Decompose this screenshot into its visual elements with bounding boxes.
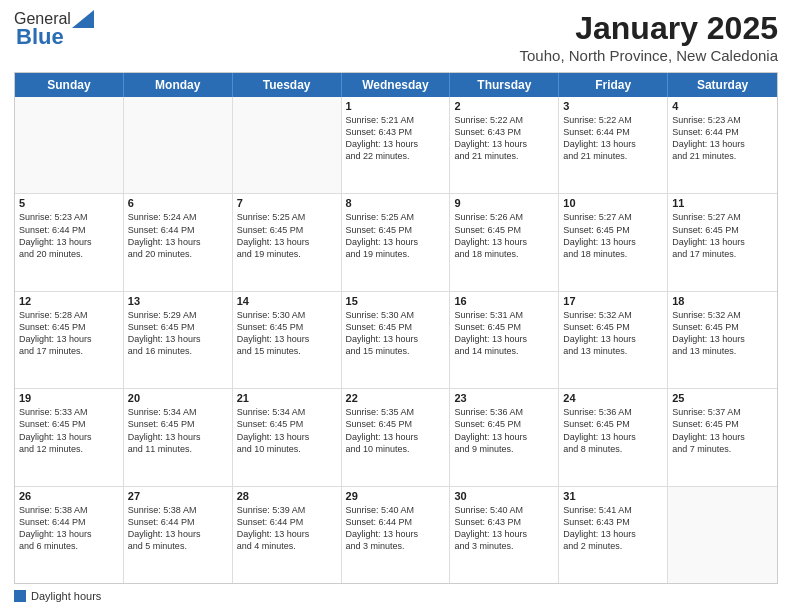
day-number: 18	[672, 295, 773, 307]
day-info: Sunrise: 5:24 AM Sunset: 6:44 PM Dayligh…	[128, 211, 228, 260]
calendar-cell: 23Sunrise: 5:36 AM Sunset: 6:45 PM Dayli…	[450, 389, 559, 485]
day-number: 17	[563, 295, 663, 307]
day-number: 5	[19, 197, 119, 209]
day-number: 2	[454, 100, 554, 112]
calendar-row: 26Sunrise: 5:38 AM Sunset: 6:44 PM Dayli…	[15, 487, 777, 583]
logo-blue-text: Blue	[16, 24, 64, 50]
day-number: 9	[454, 197, 554, 209]
calendar-cell	[15, 97, 124, 193]
calendar-cell: 8Sunrise: 5:25 AM Sunset: 6:45 PM Daylig…	[342, 194, 451, 290]
day-number: 16	[454, 295, 554, 307]
calendar-cell: 16Sunrise: 5:31 AM Sunset: 6:45 PM Dayli…	[450, 292, 559, 388]
day-info: Sunrise: 5:23 AM Sunset: 6:44 PM Dayligh…	[672, 114, 773, 163]
calendar-cell: 31Sunrise: 5:41 AM Sunset: 6:43 PM Dayli…	[559, 487, 668, 583]
day-info: Sunrise: 5:36 AM Sunset: 6:45 PM Dayligh…	[563, 406, 663, 455]
calendar-cell: 9Sunrise: 5:26 AM Sunset: 6:45 PM Daylig…	[450, 194, 559, 290]
day-info: Sunrise: 5:27 AM Sunset: 6:45 PM Dayligh…	[672, 211, 773, 260]
day-info: Sunrise: 5:25 AM Sunset: 6:45 PM Dayligh…	[237, 211, 337, 260]
day-number: 27	[128, 490, 228, 502]
day-number: 25	[672, 392, 773, 404]
weekday-header: Saturday	[668, 73, 777, 97]
day-number: 19	[19, 392, 119, 404]
calendar-cell: 5Sunrise: 5:23 AM Sunset: 6:44 PM Daylig…	[15, 194, 124, 290]
day-info: Sunrise: 5:31 AM Sunset: 6:45 PM Dayligh…	[454, 309, 554, 358]
day-number: 3	[563, 100, 663, 112]
calendar-cell: 6Sunrise: 5:24 AM Sunset: 6:44 PM Daylig…	[124, 194, 233, 290]
calendar-cell: 2Sunrise: 5:22 AM Sunset: 6:43 PM Daylig…	[450, 97, 559, 193]
day-number: 10	[563, 197, 663, 209]
calendar-cell: 12Sunrise: 5:28 AM Sunset: 6:45 PM Dayli…	[15, 292, 124, 388]
svg-marker-0	[72, 10, 94, 28]
day-info: Sunrise: 5:27 AM Sunset: 6:45 PM Dayligh…	[563, 211, 663, 260]
weekday-header: Sunday	[15, 73, 124, 97]
day-info: Sunrise: 5:29 AM Sunset: 6:45 PM Dayligh…	[128, 309, 228, 358]
day-info: Sunrise: 5:26 AM Sunset: 6:45 PM Dayligh…	[454, 211, 554, 260]
day-number: 1	[346, 100, 446, 112]
day-info: Sunrise: 5:38 AM Sunset: 6:44 PM Dayligh…	[128, 504, 228, 553]
calendar-cell: 27Sunrise: 5:38 AM Sunset: 6:44 PM Dayli…	[124, 487, 233, 583]
day-info: Sunrise: 5:23 AM Sunset: 6:44 PM Dayligh…	[19, 211, 119, 260]
calendar-cell	[233, 97, 342, 193]
calendar-cell: 30Sunrise: 5:40 AM Sunset: 6:43 PM Dayli…	[450, 487, 559, 583]
calendar-cell: 4Sunrise: 5:23 AM Sunset: 6:44 PM Daylig…	[668, 97, 777, 193]
calendar-cell: 17Sunrise: 5:32 AM Sunset: 6:45 PM Dayli…	[559, 292, 668, 388]
day-info: Sunrise: 5:41 AM Sunset: 6:43 PM Dayligh…	[563, 504, 663, 553]
day-number: 4	[672, 100, 773, 112]
calendar-cell: 1Sunrise: 5:21 AM Sunset: 6:43 PM Daylig…	[342, 97, 451, 193]
calendar-cell: 25Sunrise: 5:37 AM Sunset: 6:45 PM Dayli…	[668, 389, 777, 485]
day-info: Sunrise: 5:33 AM Sunset: 6:45 PM Dayligh…	[19, 406, 119, 455]
calendar-title: January 2025	[520, 10, 778, 47]
calendar-cell: 24Sunrise: 5:36 AM Sunset: 6:45 PM Dayli…	[559, 389, 668, 485]
day-number: 22	[346, 392, 446, 404]
day-info: Sunrise: 5:28 AM Sunset: 6:45 PM Dayligh…	[19, 309, 119, 358]
day-info: Sunrise: 5:22 AM Sunset: 6:44 PM Dayligh…	[563, 114, 663, 163]
day-number: 29	[346, 490, 446, 502]
day-number: 7	[237, 197, 337, 209]
calendar-cell: 26Sunrise: 5:38 AM Sunset: 6:44 PM Dayli…	[15, 487, 124, 583]
calendar-cell: 14Sunrise: 5:30 AM Sunset: 6:45 PM Dayli…	[233, 292, 342, 388]
day-info: Sunrise: 5:37 AM Sunset: 6:45 PM Dayligh…	[672, 406, 773, 455]
calendar-row: 1Sunrise: 5:21 AM Sunset: 6:43 PM Daylig…	[15, 97, 777, 194]
title-block: January 2025 Touho, North Province, New …	[520, 10, 778, 64]
calendar-cell	[668, 487, 777, 583]
day-number: 15	[346, 295, 446, 307]
weekday-header: Monday	[124, 73, 233, 97]
calendar-cell: 18Sunrise: 5:32 AM Sunset: 6:45 PM Dayli…	[668, 292, 777, 388]
calendar-cell: 28Sunrise: 5:39 AM Sunset: 6:44 PM Dayli…	[233, 487, 342, 583]
calendar-cell: 3Sunrise: 5:22 AM Sunset: 6:44 PM Daylig…	[559, 97, 668, 193]
weekday-header: Wednesday	[342, 73, 451, 97]
calendar-cell	[124, 97, 233, 193]
day-number: 8	[346, 197, 446, 209]
day-info: Sunrise: 5:32 AM Sunset: 6:45 PM Dayligh…	[563, 309, 663, 358]
day-info: Sunrise: 5:35 AM Sunset: 6:45 PM Dayligh…	[346, 406, 446, 455]
day-info: Sunrise: 5:36 AM Sunset: 6:45 PM Dayligh…	[454, 406, 554, 455]
day-number: 6	[128, 197, 228, 209]
day-info: Sunrise: 5:22 AM Sunset: 6:43 PM Dayligh…	[454, 114, 554, 163]
calendar-cell: 11Sunrise: 5:27 AM Sunset: 6:45 PM Dayli…	[668, 194, 777, 290]
day-info: Sunrise: 5:38 AM Sunset: 6:44 PM Dayligh…	[19, 504, 119, 553]
day-number: 13	[128, 295, 228, 307]
day-number: 30	[454, 490, 554, 502]
calendar-row: 19Sunrise: 5:33 AM Sunset: 6:45 PM Dayli…	[15, 389, 777, 486]
calendar-cell: 20Sunrise: 5:34 AM Sunset: 6:45 PM Dayli…	[124, 389, 233, 485]
day-info: Sunrise: 5:40 AM Sunset: 6:43 PM Dayligh…	[454, 504, 554, 553]
weekday-header: Friday	[559, 73, 668, 97]
calendar-subtitle: Touho, North Province, New Caledonia	[520, 47, 778, 64]
calendar-row: 12Sunrise: 5:28 AM Sunset: 6:45 PM Dayli…	[15, 292, 777, 389]
day-number: 20	[128, 392, 228, 404]
day-number: 21	[237, 392, 337, 404]
footer: Daylight hours	[14, 590, 778, 602]
calendar-cell: 7Sunrise: 5:25 AM Sunset: 6:45 PM Daylig…	[233, 194, 342, 290]
day-info: Sunrise: 5:21 AM Sunset: 6:43 PM Dayligh…	[346, 114, 446, 163]
calendar-cell: 13Sunrise: 5:29 AM Sunset: 6:45 PM Dayli…	[124, 292, 233, 388]
calendar-cell: 10Sunrise: 5:27 AM Sunset: 6:45 PM Dayli…	[559, 194, 668, 290]
weekday-header: Tuesday	[233, 73, 342, 97]
day-info: Sunrise: 5:34 AM Sunset: 6:45 PM Dayligh…	[237, 406, 337, 455]
calendar-cell: 19Sunrise: 5:33 AM Sunset: 6:45 PM Dayli…	[15, 389, 124, 485]
calendar-header: SundayMondayTuesdayWednesdayThursdayFrid…	[15, 73, 777, 97]
day-info: Sunrise: 5:34 AM Sunset: 6:45 PM Dayligh…	[128, 406, 228, 455]
day-info: Sunrise: 5:30 AM Sunset: 6:45 PM Dayligh…	[237, 309, 337, 358]
day-number: 31	[563, 490, 663, 502]
day-info: Sunrise: 5:25 AM Sunset: 6:45 PM Dayligh…	[346, 211, 446, 260]
day-number: 14	[237, 295, 337, 307]
